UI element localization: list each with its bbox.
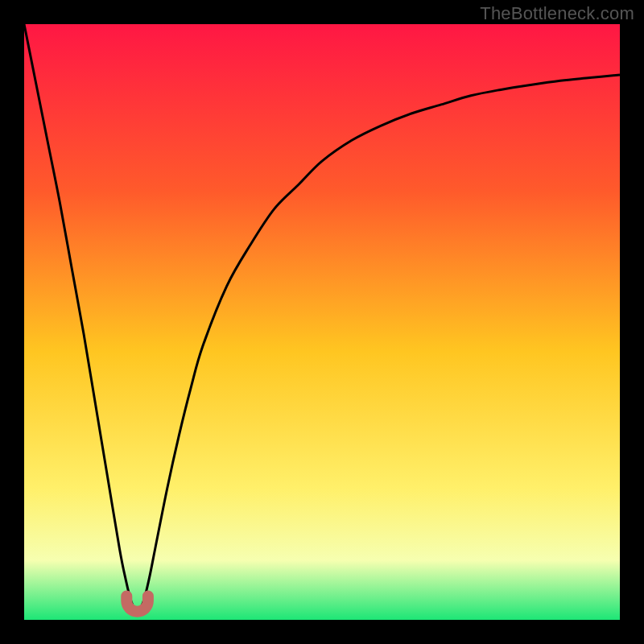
- plot-area: [24, 24, 620, 620]
- gradient-background: [24, 24, 620, 620]
- bottleneck-chart: [24, 24, 620, 620]
- watermark-text: TheBottleneck.com: [480, 3, 634, 24]
- outer-frame: TheBottleneck.com: [0, 0, 644, 644]
